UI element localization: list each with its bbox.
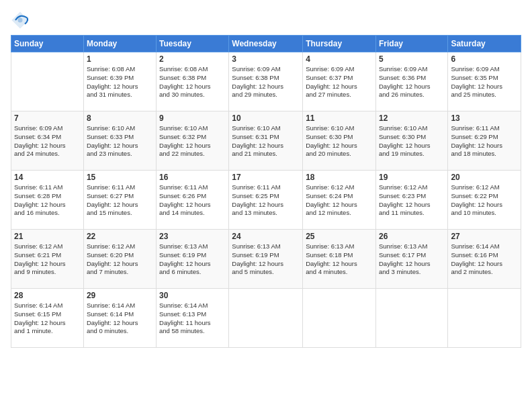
day-info: Sunrise: 6:14 AM Sunset: 6:13 PM Dayligh… bbox=[159, 302, 226, 336]
day-info: Sunrise: 6:10 AM Sunset: 6:32 PM Dayligh… bbox=[159, 124, 226, 158]
day-info: Sunrise: 6:13 AM Sunset: 6:18 PM Dayligh… bbox=[306, 242, 373, 277]
day-number: 17 bbox=[232, 173, 300, 182]
day-number: 22 bbox=[87, 232, 153, 241]
day-number: 13 bbox=[451, 113, 518, 123]
day-cell: 4Sunrise: 6:09 AM Sunset: 6:37 PM Daylig… bbox=[303, 52, 376, 111]
weekday-header-row: SundayMondayTuesdayWednesdayThursdayFrid… bbox=[11, 36, 521, 52]
day-cell: 30Sunrise: 6:14 AM Sunset: 6:13 PM Dayli… bbox=[157, 289, 229, 348]
day-info: Sunrise: 6:13 AM Sunset: 6:19 PM Dayligh… bbox=[159, 242, 226, 277]
day-cell: 3Sunrise: 6:09 AM Sunset: 6:38 PM Daylig… bbox=[229, 52, 303, 111]
day-info: Sunrise: 6:11 AM Sunset: 6:29 PM Dayligh… bbox=[451, 124, 518, 158]
day-info: Sunrise: 6:14 AM Sunset: 6:14 PM Dayligh… bbox=[87, 302, 153, 336]
day-number: 4 bbox=[306, 54, 373, 64]
day-info: Sunrise: 6:09 AM Sunset: 6:34 PM Dayligh… bbox=[14, 124, 81, 158]
logo-icon bbox=[11, 11, 30, 30]
day-cell: 19Sunrise: 6:12 AM Sunset: 6:23 PM Dayli… bbox=[375, 171, 447, 230]
weekday-header-sunday: Sunday bbox=[11, 36, 84, 52]
day-number: 24 bbox=[232, 232, 300, 241]
day-number: 14 bbox=[14, 173, 81, 182]
calendar-table: SundayMondayTuesdayWednesdayThursdayFrid… bbox=[11, 35, 521, 348]
day-cell: 18Sunrise: 6:12 AM Sunset: 6:24 PM Dayli… bbox=[303, 171, 376, 230]
day-info: Sunrise: 6:12 AM Sunset: 6:24 PM Dayligh… bbox=[306, 183, 373, 218]
day-info: Sunrise: 6:11 AM Sunset: 6:26 PM Dayligh… bbox=[159, 183, 226, 218]
day-info: Sunrise: 6:13 AM Sunset: 6:19 PM Dayligh… bbox=[232, 242, 300, 277]
day-cell bbox=[375, 289, 447, 348]
day-cell: 13Sunrise: 6:11 AM Sunset: 6:29 PM Dayli… bbox=[448, 111, 521, 171]
day-number: 11 bbox=[306, 113, 373, 123]
page: SundayMondayTuesdayWednesdayThursdayFrid… bbox=[0, 0, 532, 411]
weekday-header-saturday: Saturday bbox=[448, 36, 521, 52]
svg-point-1 bbox=[18, 18, 23, 23]
day-cell: 1Sunrise: 6:08 AM Sunset: 6:39 PM Daylig… bbox=[83, 52, 156, 111]
day-number: 6 bbox=[451, 54, 518, 64]
day-info: Sunrise: 6:11 AM Sunset: 6:27 PM Dayligh… bbox=[87, 183, 153, 218]
day-cell bbox=[11, 52, 84, 111]
day-cell: 12Sunrise: 6:10 AM Sunset: 6:30 PM Dayli… bbox=[375, 111, 447, 171]
day-cell: 6Sunrise: 6:09 AM Sunset: 6:35 PM Daylig… bbox=[448, 52, 521, 111]
weekday-header-tuesday: Tuesday bbox=[157, 36, 229, 52]
week-row-0: 1Sunrise: 6:08 AM Sunset: 6:39 PM Daylig… bbox=[11, 52, 521, 111]
day-number: 25 bbox=[306, 232, 373, 241]
day-info: Sunrise: 6:12 AM Sunset: 6:20 PM Dayligh… bbox=[87, 242, 153, 277]
weekday-header-thursday: Thursday bbox=[303, 36, 376, 52]
day-info: Sunrise: 6:10 AM Sunset: 6:30 PM Dayligh… bbox=[306, 124, 373, 158]
weekday-header-monday: Monday bbox=[83, 36, 156, 52]
day-cell: 25Sunrise: 6:13 AM Sunset: 6:18 PM Dayli… bbox=[303, 230, 376, 289]
day-number: 30 bbox=[159, 291, 226, 300]
weekday-header-friday: Friday bbox=[375, 36, 447, 52]
week-row-4: 28Sunrise: 6:14 AM Sunset: 6:15 PM Dayli… bbox=[11, 289, 521, 348]
day-cell: 15Sunrise: 6:11 AM Sunset: 6:27 PM Dayli… bbox=[83, 171, 156, 230]
day-number: 2 bbox=[159, 54, 226, 64]
day-info: Sunrise: 6:10 AM Sunset: 6:31 PM Dayligh… bbox=[232, 124, 300, 158]
day-number: 28 bbox=[14, 291, 81, 300]
week-row-3: 21Sunrise: 6:12 AM Sunset: 6:21 PM Dayli… bbox=[11, 230, 521, 289]
day-cell: 17Sunrise: 6:11 AM Sunset: 6:25 PM Dayli… bbox=[229, 171, 303, 230]
day-info: Sunrise: 6:09 AM Sunset: 6:37 PM Dayligh… bbox=[306, 65, 373, 99]
day-number: 9 bbox=[159, 113, 226, 123]
day-number: 3 bbox=[232, 54, 300, 64]
day-info: Sunrise: 6:12 AM Sunset: 6:21 PM Dayligh… bbox=[14, 242, 81, 277]
day-cell: 20Sunrise: 6:12 AM Sunset: 6:22 PM Dayli… bbox=[448, 171, 521, 230]
day-number: 5 bbox=[379, 54, 445, 64]
day-cell: 11Sunrise: 6:10 AM Sunset: 6:30 PM Dayli… bbox=[303, 111, 376, 171]
day-cell: 9Sunrise: 6:10 AM Sunset: 6:32 PM Daylig… bbox=[157, 111, 229, 171]
day-info: Sunrise: 6:14 AM Sunset: 6:15 PM Dayligh… bbox=[14, 302, 81, 336]
day-cell bbox=[229, 289, 303, 348]
day-info: Sunrise: 6:10 AM Sunset: 6:30 PM Dayligh… bbox=[379, 124, 445, 158]
week-row-2: 14Sunrise: 6:11 AM Sunset: 6:28 PM Dayli… bbox=[11, 171, 521, 230]
day-number: 8 bbox=[87, 113, 153, 123]
day-number: 1 bbox=[87, 54, 153, 64]
day-info: Sunrise: 6:11 AM Sunset: 6:28 PM Dayligh… bbox=[14, 183, 81, 218]
day-number: 19 bbox=[379, 173, 445, 182]
day-cell: 27Sunrise: 6:14 AM Sunset: 6:16 PM Dayli… bbox=[448, 230, 521, 289]
day-cell: 8Sunrise: 6:10 AM Sunset: 6:33 PM Daylig… bbox=[83, 111, 156, 171]
day-number: 18 bbox=[306, 173, 373, 182]
day-number: 12 bbox=[379, 113, 445, 123]
day-cell: 10Sunrise: 6:10 AM Sunset: 6:31 PM Dayli… bbox=[229, 111, 303, 171]
day-info: Sunrise: 6:09 AM Sunset: 6:36 PM Dayligh… bbox=[379, 65, 445, 99]
day-cell: 23Sunrise: 6:13 AM Sunset: 6:19 PM Dayli… bbox=[157, 230, 229, 289]
day-number: 15 bbox=[87, 173, 153, 182]
day-info: Sunrise: 6:08 AM Sunset: 6:39 PM Dayligh… bbox=[87, 65, 153, 99]
day-cell bbox=[303, 289, 376, 348]
weekday-header-wednesday: Wednesday bbox=[229, 36, 303, 52]
day-info: Sunrise: 6:14 AM Sunset: 6:16 PM Dayligh… bbox=[451, 242, 518, 277]
day-number: 20 bbox=[451, 173, 518, 182]
day-cell: 16Sunrise: 6:11 AM Sunset: 6:26 PM Dayli… bbox=[157, 171, 229, 230]
day-number: 27 bbox=[451, 232, 518, 241]
day-number: 29 bbox=[87, 291, 153, 300]
day-number: 16 bbox=[159, 173, 226, 182]
day-number: 23 bbox=[159, 232, 226, 241]
day-cell: 2Sunrise: 6:08 AM Sunset: 6:38 PM Daylig… bbox=[157, 52, 229, 111]
day-info: Sunrise: 6:12 AM Sunset: 6:23 PM Dayligh… bbox=[379, 183, 445, 218]
day-cell: 24Sunrise: 6:13 AM Sunset: 6:19 PM Dayli… bbox=[229, 230, 303, 289]
day-info: Sunrise: 6:11 AM Sunset: 6:25 PM Dayligh… bbox=[232, 183, 300, 218]
day-cell bbox=[448, 289, 521, 348]
day-cell: 28Sunrise: 6:14 AM Sunset: 6:15 PM Dayli… bbox=[11, 289, 84, 348]
day-number: 7 bbox=[14, 113, 81, 123]
day-info: Sunrise: 6:10 AM Sunset: 6:33 PM Dayligh… bbox=[87, 124, 153, 158]
header bbox=[11, 8, 521, 30]
day-cell: 5Sunrise: 6:09 AM Sunset: 6:36 PM Daylig… bbox=[375, 52, 447, 111]
day-cell: 26Sunrise: 6:13 AM Sunset: 6:17 PM Dayli… bbox=[375, 230, 447, 289]
day-number: 26 bbox=[379, 232, 445, 241]
